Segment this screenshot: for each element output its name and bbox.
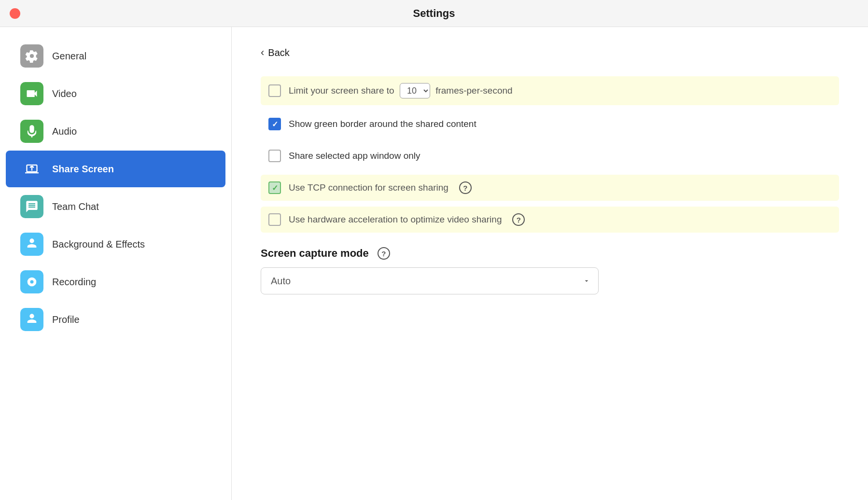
- hardware-accel-label: Use hardware acceleration to optimize vi…: [289, 214, 502, 225]
- option-limit-fps: Limit your screen share to 10 5 15 20 25…: [261, 76, 839, 105]
- sidebar-item-audio[interactable]: Audio: [6, 113, 225, 150]
- fps-label-after: frames-per-second: [433, 85, 513, 96]
- sidebar-label-video: Video: [52, 88, 77, 99]
- sidebar-label-general: General: [52, 51, 86, 62]
- checkbox-share-window[interactable]: [268, 150, 281, 162]
- screen-capture-dropdown[interactable]: Auto Legacy Advanced: [261, 267, 599, 294]
- screen-capture-help-icon[interactable]: ?: [378, 247, 390, 260]
- sidebar: General Video Audio Share Screen: [0, 27, 232, 500]
- page-title: Settings: [413, 7, 455, 20]
- sidebar-label-recording: Recording: [52, 277, 96, 288]
- background-effects-icon: [20, 233, 43, 256]
- general-icon: [20, 44, 43, 68]
- team-chat-icon: [20, 195, 43, 218]
- option-hardware-accel: Use hardware acceleration to optimize vi…: [261, 207, 839, 233]
- option-tcp-connection: ✓ Use TCP connection for screen sharing …: [261, 175, 839, 201]
- main-layout: General Video Audio Share Screen: [0, 27, 868, 500]
- share-window-label: Share selected app window only: [289, 151, 420, 161]
- sidebar-label-profile: Profile: [52, 314, 80, 325]
- close-button[interactable]: [10, 8, 20, 19]
- green-border-label: Show green border around the shared cont…: [289, 119, 476, 129]
- svg-point-1: [30, 280, 34, 284]
- title-bar: Settings: [0, 0, 868, 27]
- sidebar-item-share-screen[interactable]: Share Screen: [6, 151, 225, 187]
- sidebar-item-general[interactable]: General: [6, 38, 225, 74]
- checkmark-tcp: ✓: [272, 183, 278, 193]
- sidebar-label-team-chat: Team Chat: [52, 201, 99, 212]
- sidebar-item-recording[interactable]: Recording: [6, 264, 225, 300]
- share-screen-icon: [20, 157, 43, 181]
- option-share-window: Share selected app window only: [261, 143, 839, 169]
- fps-option-text: Limit your screen share to 10 5 15 20 25…: [289, 83, 513, 98]
- back-arrow-icon: ‹: [261, 46, 264, 59]
- fps-dropdown[interactable]: 10 5 15 20 25 30: [400, 83, 430, 98]
- profile-icon: [20, 308, 43, 331]
- screen-capture-heading: Screen capture mode: [261, 247, 369, 260]
- video-icon: [20, 82, 43, 105]
- option-green-border: ✓ Show green border around the shared co…: [261, 111, 839, 137]
- checkbox-limit-fps[interactable]: [268, 84, 281, 97]
- content-area: ‹ Back Limit your screen share to 10 5 1…: [232, 27, 868, 500]
- recording-icon: [20, 270, 43, 293]
- checkbox-green-border[interactable]: ✓: [268, 118, 281, 130]
- back-button[interactable]: ‹ Back: [261, 46, 839, 59]
- checkbox-tcp[interactable]: ✓: [268, 181, 281, 194]
- sidebar-item-video[interactable]: Video: [6, 75, 225, 112]
- sidebar-label-share-screen: Share Screen: [52, 164, 114, 175]
- sidebar-item-profile[interactable]: Profile: [6, 301, 225, 338]
- sidebar-item-team-chat[interactable]: Team Chat: [6, 188, 225, 225]
- sidebar-item-background-effects[interactable]: Background & Effects: [6, 226, 225, 263]
- tcp-label: Use TCP connection for screen sharing: [289, 182, 448, 193]
- checkbox-hardware-accel[interactable]: [268, 213, 281, 226]
- audio-icon: [20, 120, 43, 143]
- fps-label-before: Limit your screen share to: [289, 85, 397, 96]
- tcp-help-icon[interactable]: ?: [459, 181, 472, 194]
- sidebar-label-audio: Audio: [52, 126, 77, 137]
- checkmark-green-border: ✓: [272, 120, 278, 129]
- screen-capture-section-heading: Screen capture mode ?: [261, 247, 839, 260]
- sidebar-label-background-effects: Background & Effects: [52, 239, 145, 250]
- hardware-accel-help-icon[interactable]: ?: [512, 213, 525, 226]
- back-label: Back: [268, 47, 289, 58]
